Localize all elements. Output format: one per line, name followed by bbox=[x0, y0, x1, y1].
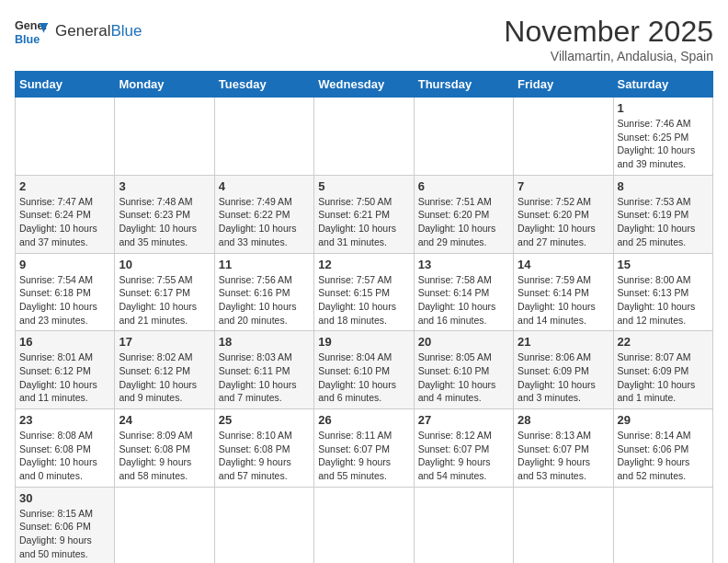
calendar-cell bbox=[16, 98, 115, 176]
day-number: 2 bbox=[19, 179, 110, 193]
weekday-header-wednesday: Wednesday bbox=[314, 72, 414, 98]
day-info: Sunrise: 7:53 AM Sunset: 6:19 PM Dayligh… bbox=[618, 195, 709, 249]
day-number: 8 bbox=[618, 179, 709, 193]
calendar-cell: 24Sunrise: 8:09 AM Sunset: 6:08 PM Dayli… bbox=[115, 409, 214, 488]
month-title: November 2025 bbox=[504, 15, 713, 49]
day-number: 5 bbox=[318, 179, 409, 193]
day-number: 25 bbox=[219, 413, 310, 427]
calendar-cell bbox=[514, 98, 613, 176]
calendar-cell: 7Sunrise: 7:52 AM Sunset: 6:20 PM Daylig… bbox=[514, 175, 613, 253]
calendar-cell: 3Sunrise: 7:48 AM Sunset: 6:23 PM Daylig… bbox=[115, 175, 214, 253]
calendar-cell bbox=[214, 487, 313, 563]
calendar-cell: 2Sunrise: 7:47 AM Sunset: 6:24 PM Daylig… bbox=[16, 175, 115, 253]
calendar-cell: 15Sunrise: 8:00 AM Sunset: 6:13 PM Dayli… bbox=[613, 253, 712, 331]
calendar-cell bbox=[414, 487, 513, 563]
calendar-cell bbox=[115, 98, 214, 176]
day-number: 6 bbox=[418, 179, 509, 193]
day-number: 29 bbox=[618, 413, 709, 427]
calendar-cell bbox=[514, 487, 613, 563]
calendar-cell bbox=[613, 487, 712, 563]
day-info: Sunrise: 7:58 AM Sunset: 6:14 PM Dayligh… bbox=[418, 273, 509, 327]
day-info: Sunrise: 8:07 AM Sunset: 6:09 PM Dayligh… bbox=[618, 350, 709, 405]
calendar-week-row: 30Sunrise: 8:15 AM Sunset: 6:06 PM Dayli… bbox=[16, 487, 713, 563]
day-number: 12 bbox=[318, 258, 409, 271]
weekday-header-monday: Monday bbox=[115, 72, 214, 98]
title-block: November 2025 Villamartin, Andalusia, Sp… bbox=[504, 15, 713, 63]
calendar-cell bbox=[314, 98, 414, 176]
day-info: Sunrise: 7:48 AM Sunset: 6:23 PM Dayligh… bbox=[119, 195, 210, 249]
day-number: 10 bbox=[119, 258, 210, 271]
day-info: Sunrise: 8:12 AM Sunset: 6:07 PM Dayligh… bbox=[418, 429, 509, 483]
day-info: Sunrise: 8:01 AM Sunset: 6:12 PM Dayligh… bbox=[19, 350, 110, 405]
calendar-cell: 19Sunrise: 8:04 AM Sunset: 6:10 PM Dayli… bbox=[314, 331, 414, 409]
day-info: Sunrise: 8:00 AM Sunset: 6:13 PM Dayligh… bbox=[618, 273, 709, 327]
day-number: 24 bbox=[119, 413, 210, 427]
calendar-cell: 6Sunrise: 7:51 AM Sunset: 6:20 PM Daylig… bbox=[414, 175, 513, 253]
calendar-cell: 17Sunrise: 8:02 AM Sunset: 6:12 PM Dayli… bbox=[115, 331, 214, 409]
calendar-table: SundayMondayTuesdayWednesdayThursdayFrid… bbox=[15, 71, 713, 563]
calendar-week-row: 16Sunrise: 8:01 AM Sunset: 6:12 PM Dayli… bbox=[16, 331, 713, 409]
weekday-header-row: SundayMondayTuesdayWednesdayThursdayFrid… bbox=[16, 72, 713, 98]
day-number: 23 bbox=[19, 413, 110, 427]
day-info: Sunrise: 7:56 AM Sunset: 6:16 PM Dayligh… bbox=[219, 273, 310, 327]
calendar-cell: 13Sunrise: 7:58 AM Sunset: 6:14 PM Dayli… bbox=[414, 253, 513, 331]
calendar-cell: 28Sunrise: 8:13 AM Sunset: 6:07 PM Dayli… bbox=[514, 409, 613, 488]
day-number: 18 bbox=[219, 335, 310, 349]
day-number: 26 bbox=[318, 413, 409, 427]
calendar-cell: 14Sunrise: 7:59 AM Sunset: 6:14 PM Dayli… bbox=[514, 253, 613, 331]
calendar-cell: 26Sunrise: 8:11 AM Sunset: 6:07 PM Dayli… bbox=[314, 409, 414, 488]
calendar-cell: 30Sunrise: 8:15 AM Sunset: 6:06 PM Dayli… bbox=[16, 487, 115, 563]
day-info: Sunrise: 8:04 AM Sunset: 6:10 PM Dayligh… bbox=[318, 350, 409, 405]
calendar-week-row: 2Sunrise: 7:47 AM Sunset: 6:24 PM Daylig… bbox=[16, 175, 713, 253]
logo-text: GeneralBlue bbox=[55, 22, 142, 40]
calendar-cell: 9Sunrise: 7:54 AM Sunset: 6:18 PM Daylig… bbox=[16, 253, 115, 331]
calendar-cell: 20Sunrise: 8:05 AM Sunset: 6:10 PM Dayli… bbox=[414, 331, 513, 409]
day-info: Sunrise: 8:03 AM Sunset: 6:11 PM Dayligh… bbox=[219, 350, 310, 405]
weekday-header-saturday: Saturday bbox=[613, 72, 712, 98]
weekday-header-friday: Friday bbox=[514, 72, 613, 98]
calendar-cell bbox=[115, 487, 214, 563]
day-number: 22 bbox=[618, 335, 709, 349]
calendar-cell: 25Sunrise: 8:10 AM Sunset: 6:08 PM Dayli… bbox=[214, 409, 313, 488]
day-info: Sunrise: 8:08 AM Sunset: 6:08 PM Dayligh… bbox=[19, 429, 110, 483]
day-info: Sunrise: 7:57 AM Sunset: 6:15 PM Dayligh… bbox=[318, 273, 409, 327]
day-number: 15 bbox=[618, 258, 709, 271]
calendar-cell: 27Sunrise: 8:12 AM Sunset: 6:07 PM Dayli… bbox=[414, 409, 513, 488]
day-info: Sunrise: 8:15 AM Sunset: 6:06 PM Dayligh… bbox=[19, 507, 110, 561]
logo-icon: General Blue bbox=[15, 15, 48, 48]
logo: General Blue GeneralBlue bbox=[15, 15, 142, 48]
day-number: 9 bbox=[19, 258, 110, 271]
calendar-cell bbox=[214, 98, 313, 176]
day-info: Sunrise: 7:55 AM Sunset: 6:17 PM Dayligh… bbox=[119, 273, 210, 327]
day-info: Sunrise: 8:05 AM Sunset: 6:10 PM Dayligh… bbox=[418, 350, 509, 405]
day-number: 30 bbox=[19, 491, 110, 505]
day-info: Sunrise: 8:02 AM Sunset: 6:12 PM Dayligh… bbox=[119, 350, 210, 405]
day-number: 19 bbox=[318, 335, 409, 349]
calendar-cell: 5Sunrise: 7:50 AM Sunset: 6:21 PM Daylig… bbox=[314, 175, 414, 253]
calendar-cell: 11Sunrise: 7:56 AM Sunset: 6:16 PM Dayli… bbox=[214, 253, 313, 331]
day-info: Sunrise: 8:11 AM Sunset: 6:07 PM Dayligh… bbox=[318, 429, 409, 483]
svg-text:Blue: Blue bbox=[15, 33, 40, 46]
calendar-cell bbox=[414, 98, 513, 176]
day-number: 16 bbox=[19, 335, 110, 349]
calendar-week-row: 9Sunrise: 7:54 AM Sunset: 6:18 PM Daylig… bbox=[16, 253, 713, 331]
day-number: 28 bbox=[518, 413, 609, 427]
day-number: 11 bbox=[219, 258, 310, 271]
weekday-header-sunday: Sunday bbox=[16, 72, 115, 98]
calendar-week-row: 1Sunrise: 7:46 AM Sunset: 6:25 PM Daylig… bbox=[16, 98, 713, 176]
day-info: Sunrise: 8:10 AM Sunset: 6:08 PM Dayligh… bbox=[219, 429, 310, 483]
day-info: Sunrise: 7:51 AM Sunset: 6:20 PM Dayligh… bbox=[418, 195, 509, 249]
day-number: 1 bbox=[618, 101, 709, 115]
day-number: 14 bbox=[518, 258, 609, 271]
day-info: Sunrise: 7:46 AM Sunset: 6:25 PM Dayligh… bbox=[618, 117, 709, 171]
day-number: 4 bbox=[219, 179, 310, 193]
day-number: 17 bbox=[119, 335, 210, 349]
day-number: 20 bbox=[418, 335, 509, 349]
calendar-week-row: 23Sunrise: 8:08 AM Sunset: 6:08 PM Dayli… bbox=[16, 409, 713, 488]
calendar-cell: 29Sunrise: 8:14 AM Sunset: 6:06 PM Dayli… bbox=[613, 409, 712, 488]
calendar-cell: 18Sunrise: 8:03 AM Sunset: 6:11 PM Dayli… bbox=[214, 331, 313, 409]
day-info: Sunrise: 7:47 AM Sunset: 6:24 PM Dayligh… bbox=[19, 195, 110, 249]
calendar-cell: 23Sunrise: 8:08 AM Sunset: 6:08 PM Dayli… bbox=[16, 409, 115, 488]
calendar-cell: 10Sunrise: 7:55 AM Sunset: 6:17 PM Dayli… bbox=[115, 253, 214, 331]
calendar-cell: 21Sunrise: 8:06 AM Sunset: 6:09 PM Dayli… bbox=[514, 331, 613, 409]
